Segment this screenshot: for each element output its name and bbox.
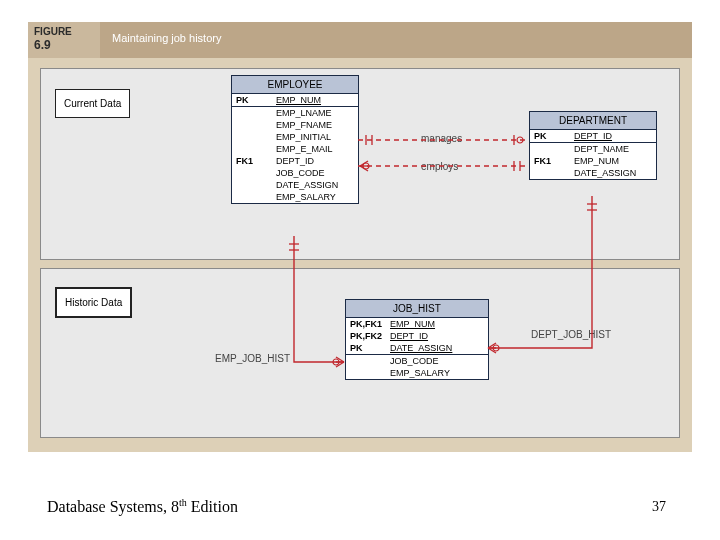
relationship-employs: employs [421,161,458,172]
relationship-dept-job-hist: DEPT_JOB_HIST [531,329,611,340]
jobhist-attr: JOB_CODE [386,355,488,367]
label-historic-data: Historic Data [55,287,132,318]
department-fk1-label: FK1 [530,155,570,167]
jobhist-field: DATE_ASSIGN [386,342,488,355]
figure-header: FIGURE 6.9 Maintaining job history [28,22,692,58]
employee-attr: JOB_CODE [272,167,358,179]
employee-pk-label: PK [232,94,272,107]
footer-citation: Database Systems, 8th Edition [47,497,238,516]
employee-fk1-field: DEPT_ID [272,155,358,167]
employee-attr: EMP_INITIAL [272,131,358,143]
entity-employee: EMPLOYEE PKEMP_NUM EMP_LNAME EMP_FNAME E… [231,75,359,204]
page-number: 37 [652,499,666,515]
footer-text-b: Edition [187,498,238,515]
jobhist-field: EMP_NUM [386,318,488,330]
figure-number-box: FIGURE 6.9 [28,22,100,58]
entity-title-job-hist: JOB_HIST [346,300,488,318]
employee-pk-field: EMP_NUM [272,94,358,107]
jobhist-field: DEPT_ID [386,330,488,342]
relationship-emp-job-hist: EMP_JOB_HIST [215,353,290,364]
figure-title: Maintaining job history [100,22,692,58]
department-attr: DEPT_NAME [570,143,656,155]
panel-current-data: Current Data EMPLOYEE PKEMP_NUM EMP_LNAM… [40,68,680,260]
employee-attr: DATE_ASSIGN [272,179,358,191]
figure-container: FIGURE 6.9 Maintaining job history Curre… [28,22,692,452]
employee-attr: EMP_FNAME [272,119,358,131]
label-current-data: Current Data [55,89,130,118]
footer-sup: th [179,497,187,508]
relationship-manages: manages [421,133,462,144]
employee-attr: EMP_E_MAIL [272,143,358,155]
panel-historic-data: Historic Data JOB_HIST PK,FK1EMP_NUM PK,… [40,268,680,438]
department-attr: DATE_ASSIGN [570,167,656,179]
entity-title-department: DEPARTMENT [530,112,656,130]
footer-text-a: Database Systems, 8 [47,498,179,515]
entity-job-hist: JOB_HIST PK,FK1EMP_NUM PK,FK2DEPT_ID PKD… [345,299,489,380]
jobhist-key: PK,FK1 [346,318,386,330]
department-pk-field: DEPT_ID [570,130,656,143]
department-fk1-field: EMP_NUM [570,155,656,167]
entity-department: DEPARTMENT PKDEPT_ID DEPT_NAME FK1EMP_NU… [529,111,657,180]
employee-fk1-label: FK1 [232,155,272,167]
figure-label: FIGURE [34,25,94,38]
entity-title-employee: EMPLOYEE [232,76,358,94]
figure-number: 6.9 [34,38,51,52]
employee-attr: EMP_LNAME [272,107,358,119]
jobhist-key: PK [346,342,386,355]
jobhist-attr: EMP_SALARY [386,367,488,379]
department-pk-label: PK [530,130,570,143]
jobhist-key: PK,FK2 [346,330,386,342]
diagram-area: Current Data EMPLOYEE PKEMP_NUM EMP_LNAM… [28,58,692,452]
employee-attr: EMP_SALARY [272,191,358,203]
